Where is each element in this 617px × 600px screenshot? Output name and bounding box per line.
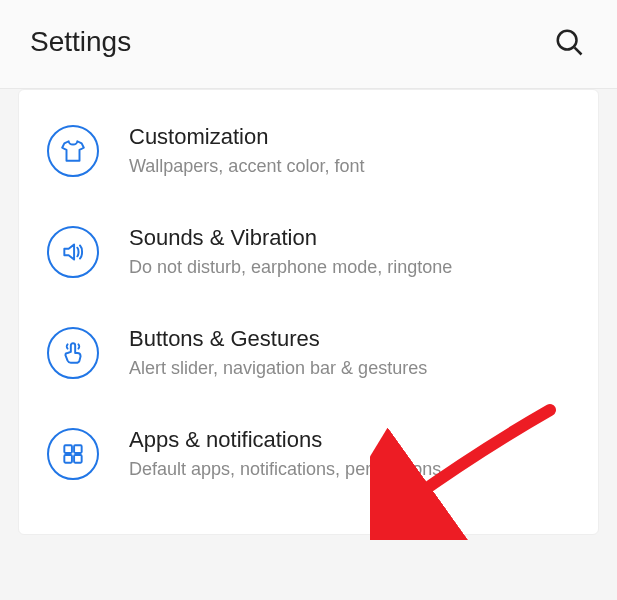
settings-item-buttons[interactable]: Buttons & Gestures Alert slider, navigat… [19,302,598,403]
svg-rect-2 [64,445,72,453]
item-subtitle: Do not disturb, earphone mode, ringtone [129,257,570,278]
item-text: Apps & notifications Default apps, notif… [129,427,570,480]
tshirt-icon [60,138,86,164]
svg-rect-5 [74,455,82,463]
header-bar: Settings [0,0,617,89]
sounds-icon-circle [47,226,99,278]
item-subtitle: Wallpapers, accent color, font [129,156,570,177]
svg-rect-3 [74,445,82,453]
item-subtitle: Default apps, notifications, permissions [129,459,570,480]
apps-grid-icon [60,441,86,467]
item-text: Buttons & Gestures Alert slider, navigat… [129,326,570,379]
settings-item-apps[interactable]: Apps & notifications Default apps, notif… [19,403,598,504]
svg-point-0 [558,31,577,50]
item-title: Customization [129,124,570,150]
item-subtitle: Alert slider, navigation bar & gestures [129,358,570,379]
item-text: Customization Wallpapers, accent color, … [129,124,570,177]
page-title: Settings [30,26,131,58]
apps-icon-circle [47,428,99,480]
item-title: Apps & notifications [129,427,570,453]
settings-item-customization[interactable]: Customization Wallpapers, accent color, … [19,100,598,201]
settings-list: Customization Wallpapers, accent color, … [18,89,599,535]
item-title: Buttons & Gestures [129,326,570,352]
item-text: Sounds & Vibration Do not disturb, earph… [129,225,570,278]
buttons-icon-circle [47,327,99,379]
speaker-icon [60,239,86,265]
search-button[interactable] [551,24,587,60]
svg-line-1 [575,48,582,55]
item-title: Sounds & Vibration [129,225,570,251]
search-icon [554,27,584,57]
svg-rect-4 [64,455,72,463]
touch-icon [60,340,86,366]
customization-icon-circle [47,125,99,177]
settings-item-sounds[interactable]: Sounds & Vibration Do not disturb, earph… [19,201,598,302]
